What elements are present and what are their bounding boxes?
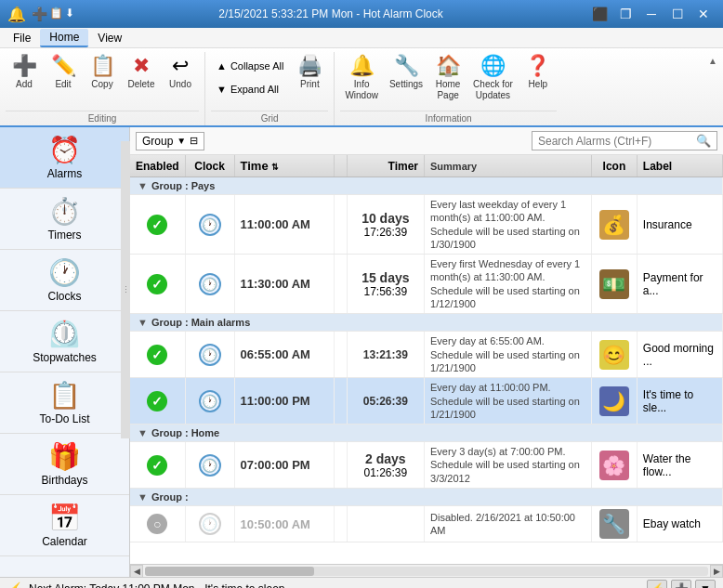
editing-group-label: Editing [6,111,199,124]
menu-home[interactable]: Home [40,29,88,47]
th-clock[interactable]: Clock [185,155,234,177]
home-page-button[interactable]: 🏠 HomePage [429,52,467,108]
edit-label: Edit [55,79,71,90]
timer-sub: 01:26:39 [353,466,418,479]
add-button[interactable]: ➕ Add [6,52,43,108]
restore-btn[interactable]: ❐ [613,4,638,24]
add-label: Add [16,79,33,90]
quick-icon2[interactable]: 📋 [49,7,63,21]
undo-label: Undo [169,79,191,90]
th-label[interactable]: Label [637,155,722,177]
status-lightning-btn[interactable]: ⚡ [647,580,667,588]
calendar-label: Calendar [42,535,87,548]
th-enabled[interactable]: Enabled [130,155,185,177]
cell-label: Water the flow... [637,442,722,489]
restore-btn2[interactable]: ⬛ [587,4,611,24]
copy-icon: 📋 [90,56,115,76]
scroll-thumb[interactable] [145,567,314,576]
search-box[interactable]: 🔍 [532,131,717,150]
sidebar-item-birthdays[interactable]: 🎁 Birthdays [0,434,129,495]
group-selector[interactable]: Group ▼ ⊟ [136,132,204,150]
home-page-icon: 🏠 [436,56,461,76]
table-row[interactable]: ✓ 🕐 11:00:00 AM 10 days17:26:39 Every la… [130,195,723,255]
close-btn[interactable]: ✕ [691,4,716,24]
minimize-btn[interactable]: ─ [639,4,664,24]
menu-view[interactable]: View [88,30,131,46]
table-row[interactable]: ✓ 🕐 11:00:00 PM 05:26:39 Every day at 11… [130,378,723,425]
timers-icon: ⏱️ [48,196,81,227]
th-icon[interactable]: Icon [592,155,638,177]
table-row[interactable]: ✓ 🕐 11:30:00 AM 15 days17:56:39 Every fi… [130,255,723,314]
cell-icon: 💰 [592,195,638,255]
table-body: ▼Group : Pays ✓ 🕐 11:00:00 AM 10 days17:… [130,177,723,542]
horizontal-scrollbar[interactable]: ◀ ▶ [130,564,723,577]
settings-button[interactable]: 🔧 Settings [385,52,427,108]
expand-all-button[interactable]: ▼ Expand All [211,79,289,99]
table-row[interactable]: ✓ 🕐 07:00:00 PM 2 days01:26:39 Every 3 d… [130,442,723,489]
edit-button[interactable]: ✏️ Edit [45,52,82,108]
maximize-btn[interactable]: ☐ [665,4,690,24]
help-button[interactable]: ❓ Help [519,52,557,108]
collapse-all-button[interactable]: ▲ Collapse All [211,56,289,76]
sidebar-item-timers[interactable]: ⏱️ Timers [0,189,129,250]
cell-clock: 🕐 [185,442,234,489]
alarms-table-element: Enabled Clock Time ⇅ Timer Summary Icon … [130,155,723,542]
scroll-track[interactable] [145,567,708,576]
status-bar: ⚡ Next Alarm: Today 11:00 PM Mon - It's … [0,577,723,588]
alarm-icon: 🌙 [599,386,629,416]
group-row[interactable]: ▼Group : Pays [130,177,723,195]
settings-label: Settings [389,79,423,90]
search-input[interactable] [538,135,692,148]
check-updates-icon: 🌐 [480,56,506,76]
undo-button[interactable]: ↩ Undo [162,52,199,108]
cell-clock: 🕐 [185,506,234,542]
cell-summary: Disabled. 2/16/2021 at 10:50:00 AM [425,506,592,542]
timer-value: 2 days [353,451,418,466]
ribbon-collapse[interactable]: ▲ [703,52,723,70]
quick-add-btn[interactable]: ➕ [32,7,47,21]
sidebar-item-clocks[interactable]: 🕐 Clocks [0,250,129,311]
alarm-icon: 💵 [599,269,629,299]
th-sort[interactable] [334,155,347,177]
editing-buttons: ➕ Add ✏️ Edit 📋 Copy ✖ Delete ↩ Undo [6,52,199,108]
table-row[interactable]: ○ 🕐 10:50:00 AM Disabled. 2/16/2021 at 1… [130,506,723,542]
edit-icon: ✏️ [51,56,76,76]
group-row[interactable]: ▼Group : [130,489,723,506]
birthdays-icon: 🎁 [48,441,81,472]
group-row[interactable]: ▼Group : Home [130,425,723,442]
cell-enabled: ○ [130,506,185,542]
cell-icon: 🌙 [592,378,638,425]
sidebar-item-stopwatches[interactable]: ⏲️ Stopwatches [0,311,129,372]
status-down-btn[interactable]: ▼ [695,580,716,588]
menu-file[interactable]: File [4,30,40,46]
status-text-area: ⚡ Next Alarm: Today 11:00 PM Mon - It's … [7,581,285,588]
app-icon: 🔔 [7,6,26,23]
copy-button[interactable]: 📋 Copy [84,52,121,108]
scroll-right-arrow[interactable]: ▶ [710,565,723,578]
cell-timer: 13:21:39 [347,332,424,378]
th-summary[interactable]: Summary [425,155,592,177]
sidebar-item-todo[interactable]: 📋 To-Do List [0,372,129,434]
sidebar: ⏰ Alarms ⏱️ Timers 🕐 Clocks ⏲️ Stopwatch… [0,127,130,577]
check-updates-button[interactable]: 🌐 Check forUpdates [468,52,518,108]
quick-icon3[interactable]: ⬇ [65,7,74,21]
info-window-button[interactable]: 🔔 InfoWindow [340,52,383,108]
th-time[interactable]: Time ⇅ [234,155,334,177]
delete-button[interactable]: ✖ Delete [123,52,160,108]
cell-time: 11:30:00 AM [234,255,334,314]
sidebar-item-calendar[interactable]: 📅 Calendar [0,495,129,556]
th-timer[interactable]: Timer [347,155,424,177]
status-add-btn[interactable]: ➕ [671,580,691,588]
info-group-label: Information [340,111,557,124]
timer-value: 13:21:39 [353,348,418,361]
sidebar-resize-handle[interactable]: ⋮ [121,141,130,438]
collapse-label: Collapse All [230,60,283,72]
cell-sort [334,332,347,378]
print-button[interactable]: 🖨️ Print [291,52,328,108]
cell-timer: 05:26:39 [347,378,424,425]
group-row[interactable]: ▼Group : Main alarms [130,314,723,332]
delete-icon: ✖ [133,56,150,76]
scroll-left-arrow[interactable]: ◀ [130,565,143,578]
sidebar-item-alarms[interactable]: ⏰ Alarms [0,127,129,189]
table-row[interactable]: ✓ 🕐 06:55:00 AM 13:21:39 Every day at 6:… [130,332,723,378]
